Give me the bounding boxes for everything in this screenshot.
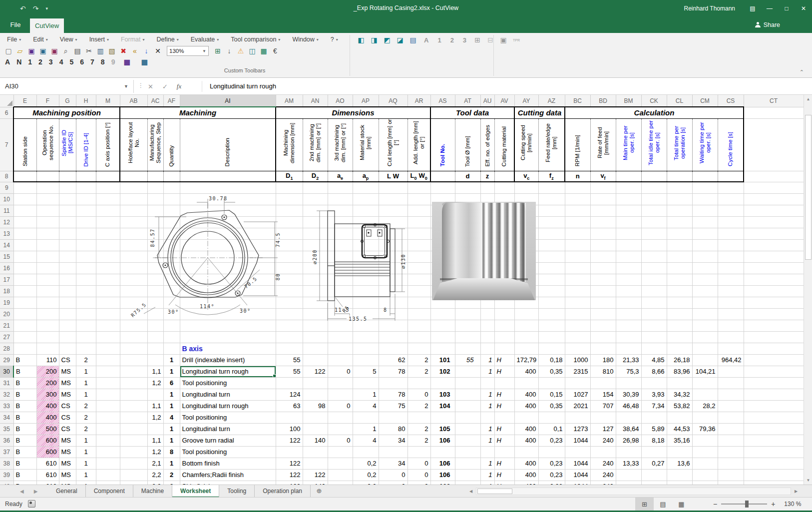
cell-AM13[interactable] — [276, 228, 303, 239]
cell-CT12[interactable] — [744, 216, 804, 228]
cell-AQ34[interactable] — [379, 412, 407, 423]
cell-AI20[interactable] — [180, 308, 276, 320]
cell-AF29[interactable]: 1 — [163, 354, 180, 366]
column-header-AR[interactable]: AR — [407, 95, 430, 107]
cell-AF33[interactable]: 1 — [163, 400, 180, 412]
cell-BM28[interactable] — [616, 343, 641, 354]
new-file-icon[interactable]: ▢ — [3, 46, 14, 56]
cell-AC21[interactable] — [147, 320, 163, 331]
cell-AZ28[interactable] — [538, 343, 565, 354]
cell-CK29[interactable]: 4,85 — [641, 354, 667, 366]
cell-CL13[interactable] — [667, 228, 692, 239]
column-header-BC[interactable]: BC — [565, 95, 590, 107]
cell-H12[interactable] — [76, 216, 96, 228]
cell-M20[interactable] — [96, 308, 120, 320]
macro-record-icon[interactable] — [28, 500, 35, 508]
cell-AZ18[interactable] — [538, 285, 565, 297]
cell-CT38[interactable] — [744, 458, 804, 469]
cell-G39[interactable]: MS — [59, 469, 76, 481]
cell-BM31[interactable] — [616, 377, 641, 389]
cell-AB38[interactable] — [120, 458, 147, 469]
cell-H9[interactable] — [76, 182, 96, 193]
cell-AM21[interactable] — [276, 320, 303, 331]
cell-BC28[interactable] — [565, 343, 590, 354]
cell-AC33[interactable]: 1,1 — [147, 400, 163, 412]
cell-AV20[interactable] — [494, 308, 514, 320]
cell-CL15[interactable] — [667, 251, 692, 262]
cell-AY31[interactable] — [514, 377, 538, 389]
cell-AR37[interactable] — [407, 446, 430, 458]
cell-BD10[interactable] — [590, 193, 616, 205]
cell-CT39[interactable] — [744, 469, 804, 481]
cell-BD37[interactable] — [590, 446, 616, 458]
cell-AS29[interactable]: 101 — [430, 354, 455, 366]
column-header-CM[interactable]: CM — [692, 95, 718, 107]
table-time-icon[interactable]: ◫ — [247, 46, 258, 56]
column-header-AZ[interactable]: AZ — [538, 95, 565, 107]
column-header-BD[interactable]: BD — [590, 95, 616, 107]
cell-E31[interactable]: B — [13, 377, 36, 389]
row-header-21[interactable]: 21 — [0, 320, 13, 331]
cell-BC10[interactable] — [565, 193, 590, 205]
cell-CM37[interactable] — [692, 446, 718, 458]
cell-AV32[interactable]: H — [494, 389, 514, 400]
cell-AI13[interactable] — [180, 228, 276, 239]
cell-BD31[interactable] — [590, 377, 616, 389]
cell-AP12[interactable] — [353, 216, 379, 228]
cell-CS37[interactable] — [718, 446, 744, 458]
cell-AR28[interactable] — [407, 343, 430, 354]
cell-CS17[interactable] — [718, 274, 744, 285]
cell-AM14[interactable] — [276, 239, 303, 251]
cell-CL16[interactable] — [667, 262, 692, 274]
cell-AR35[interactable]: 2 — [407, 423, 430, 435]
cell-BC11[interactable] — [565, 205, 590, 216]
cell-CL32[interactable]: 34,32 — [667, 389, 692, 400]
cell-AI31[interactable]: Tool positioning — [180, 377, 276, 389]
cell-E28[interactable] — [13, 343, 36, 354]
cell-CM38[interactable] — [692, 458, 718, 469]
cell-M30[interactable] — [96, 366, 120, 377]
row-header-37[interactable]: 37 — [0, 446, 13, 458]
cell-AZ10[interactable] — [538, 193, 565, 205]
quick-letter-2[interactable]: 2 — [450, 36, 454, 44]
cell-AC32[interactable] — [147, 389, 163, 400]
cell-AO33[interactable]: 0 — [328, 400, 353, 412]
calculator-icon[interactable]: ⊞ — [212, 46, 223, 56]
row-header-17[interactable]: 17 — [0, 274, 13, 285]
column-header-F[interactable]: F — [36, 95, 59, 107]
cell-AI21[interactable] — [180, 320, 276, 331]
cell-AO28[interactable] — [328, 343, 353, 354]
save-grid-icon[interactable]: ▦ — [121, 57, 132, 67]
cell-AZ11[interactable] — [538, 205, 565, 216]
cell-BM13[interactable] — [616, 228, 641, 239]
cell-CL28[interactable] — [667, 343, 692, 354]
cell-G35[interactable]: CS — [59, 423, 76, 435]
cell-AO35[interactable] — [328, 423, 353, 435]
menu-?[interactable]: ?▾ — [331, 36, 338, 43]
cell-CL9[interactable] — [667, 182, 692, 193]
cell-G16[interactable] — [59, 262, 76, 274]
cell-AI28[interactable]: B axis — [180, 343, 276, 354]
cell-AC36[interactable]: 1,1 — [147, 435, 163, 446]
cell-CS39[interactable] — [718, 469, 744, 481]
cell-H39[interactable]: 1 — [76, 469, 96, 481]
row-header-7[interactable]: 7 — [0, 118, 13, 171]
row-header-29[interactable]: 29 — [0, 354, 13, 366]
cell-H13[interactable] — [76, 228, 96, 239]
cell-AT37[interactable] — [455, 446, 480, 458]
cell-AN36[interactable]: 140 — [303, 435, 328, 446]
normal-view-icon[interactable]: ⊞ — [635, 498, 654, 511]
cell-CT36[interactable] — [744, 435, 804, 446]
cell-AN33[interactable]: 98 — [303, 400, 328, 412]
cell-AT40[interactable] — [455, 481, 480, 485]
cell-AN40[interactable]: 140 — [303, 481, 328, 485]
cell-CT15[interactable] — [744, 251, 804, 262]
cell-H19[interactable] — [76, 297, 96, 308]
cell-E15[interactable] — [13, 251, 36, 262]
cell-BC40[interactable]: 1044 — [565, 481, 590, 485]
cell-AY34[interactable] — [514, 412, 538, 423]
cell-CL21[interactable] — [667, 320, 692, 331]
cell-H40[interactable]: 1 — [76, 481, 96, 485]
cell-G33[interactable]: CS — [59, 400, 76, 412]
cell-AQ12[interactable] — [379, 216, 407, 228]
